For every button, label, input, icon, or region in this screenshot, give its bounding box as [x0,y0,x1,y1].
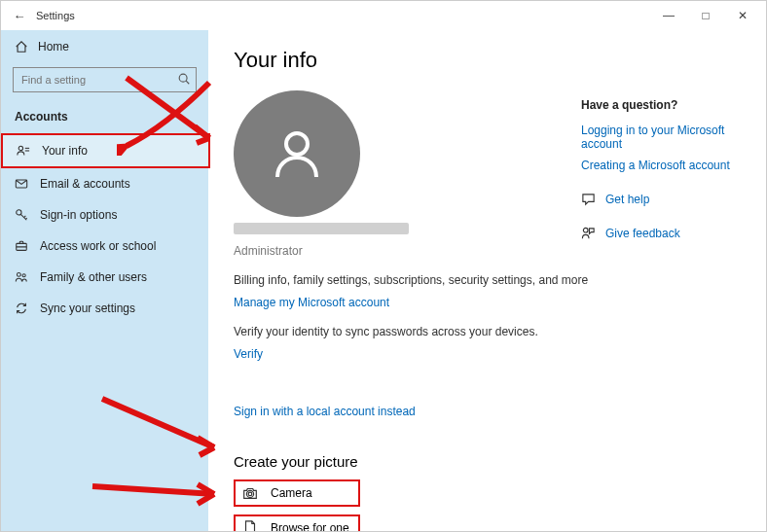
avatar-placeholder-icon [266,123,328,185]
svg-point-10 [286,133,308,155]
sidebar-item-family-other-users[interactable]: Family & other users [1,262,208,293]
titlebar: ← Settings ― □ ✕ [1,1,766,30]
svg-point-12 [248,492,252,496]
avatar [234,90,360,217]
briefcase-icon [15,239,28,253]
svg-point-11 [246,490,253,497]
sidebar-item-label: Access work or school [40,239,156,253]
svg-point-2 [18,146,22,150]
file-icon [241,519,259,531]
content-area: Your info Administrator Billing info, fa… [208,30,766,531]
page-title: Your info [234,48,741,73]
sidebar-item-label: Family & other users [40,270,147,284]
window-controls: ― □ ✕ [661,9,758,22]
search-icon [177,72,191,86]
create-picture-heading: Create your picture [234,453,741,470]
people-icon [15,270,28,284]
right-column: Have a question? Logging in to your Micr… [581,98,747,240]
sidebar-item-signin-options[interactable]: Sign-in options [1,199,208,231]
sidebar-item-email-accounts[interactable]: Email & accounts [1,168,208,199]
camera-button[interactable]: Camera [234,479,360,507]
browse-label: Browse for one [271,521,349,531]
svg-point-9 [22,274,25,277]
billing-description: Billing info, family settings, subscript… [234,273,741,287]
sidebar-item-sync-settings[interactable]: Sync your settings [1,293,208,324]
verify-description: Verify your identity to sync passwords a… [234,325,741,338]
svg-line-1 [186,81,189,84]
settings-window: ← Settings ― □ ✕ Home Accounts Your inf [0,0,767,532]
sidebar-item-label: Email & accounts [40,177,130,191]
manage-account-link[interactable]: Manage my Microsoft account [234,296,389,309]
maximize-button[interactable]: □ [698,9,713,22]
question-heading: Have a question? [581,98,747,112]
feedback-icon [581,226,596,240]
search-wrap [1,59,208,102]
help-link-login[interactable]: Logging in to your Microsoft account [581,124,747,151]
verify-block: Verify your identity to sync passwords a… [234,325,741,376]
help-link-create[interactable]: Creating a Microsoft account [581,159,747,172]
camera-icon [241,484,259,502]
key-icon [15,208,28,222]
chat-icon [581,192,596,206]
account-role: Administrator [234,244,741,258]
back-button[interactable]: ← [9,9,30,23]
browse-button[interactable]: Browse for one [234,514,360,531]
sidebar-item-your-info[interactable]: Your info [1,133,210,168]
give-feedback-row[interactable]: Give feedback [581,226,747,240]
window-title: Settings [36,10,75,21]
mail-icon [15,177,28,191]
camera-label: Camera [271,486,312,500]
minimize-button[interactable]: ― [661,9,676,22]
sync-icon [15,301,28,315]
home-label: Home [38,40,69,53]
sidebar-item-access-work-school[interactable]: Access work or school [1,231,208,262]
body: Home Accounts Your info Email & accounts… [1,30,766,531]
person-icon [17,144,30,158]
sign-in-local-link[interactable]: Sign in with a local account instead [234,405,416,418]
give-feedback-label: Give feedback [605,227,680,240]
username-redacted [234,223,409,234]
section-heading: Accounts [1,102,208,133]
sidebar-item-label: Your info [42,144,88,158]
sidebar-item-label: Sync your settings [40,301,135,315]
svg-point-13 [583,228,588,232]
search-input[interactable] [13,67,197,92]
svg-point-8 [17,272,20,276]
get-help-row[interactable]: Get help [581,192,747,206]
get-help-label: Get help [605,193,649,206]
home-button[interactable]: Home [1,34,208,59]
svg-point-0 [179,74,187,82]
close-button[interactable]: ✕ [735,9,750,22]
home-icon [15,40,28,53]
verify-link[interactable]: Verify [234,347,263,361]
sidebar: Home Accounts Your info Email & accounts… [1,30,208,531]
sidebar-item-label: Sign-in options [40,208,117,222]
